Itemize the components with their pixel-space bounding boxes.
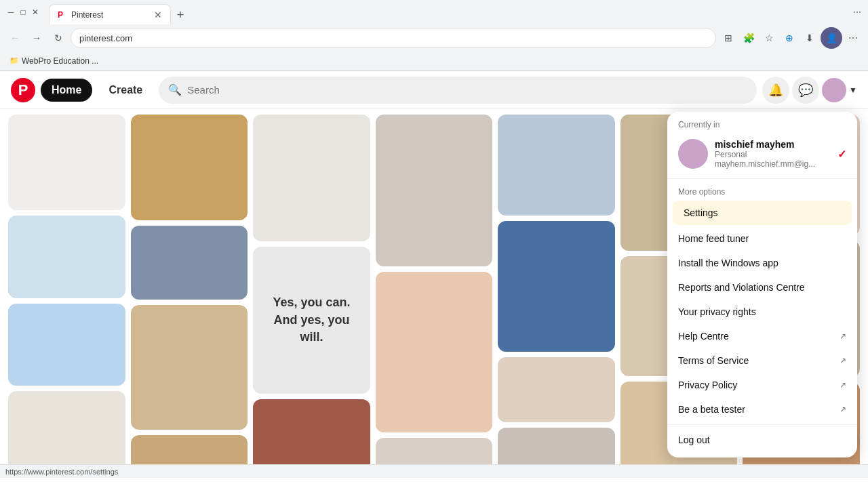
beta-tester-menu-item[interactable]: Be a beta tester ↗ <box>667 397 857 422</box>
pin-item[interactable] <box>376 438 493 464</box>
pin-col-3: Yes, you can. And yes, you will. <box>253 115 370 464</box>
reader-mode-btn[interactable]: ⊞ <box>719 28 738 47</box>
pin-item[interactable] <box>8 391 125 464</box>
search-input[interactable] <box>187 84 747 96</box>
pin-item[interactable] <box>131 115 248 220</box>
status-url: https://www.pinterest.com/settings <box>5 468 118 476</box>
window-controls: ─ □ ✕ <box>5 7 41 18</box>
header-icons: 🔔 💬 ▼ <box>762 77 857 104</box>
divider <box>667 178 857 179</box>
edge-icon[interactable]: ⊕ <box>780 28 799 47</box>
messages-btn[interactable]: 💬 <box>792 77 819 104</box>
external-link-icon: ↗ <box>840 356 846 365</box>
active-tab[interactable]: P Pinterest ✕ <box>49 4 171 24</box>
create-nav-item[interactable]: Create <box>98 79 153 102</box>
pinterest-app: P Home Create 🔍 🔔 💬 ▼ <box>0 71 868 464</box>
maximize-btn[interactable]: □ <box>18 7 28 18</box>
home-nav-item[interactable]: Home <box>41 79 92 102</box>
favorites-btn[interactable]: ☆ <box>760 28 778 47</box>
pin-item[interactable] <box>8 216 125 298</box>
beta-tester-label: Be a beta tester <box>678 404 745 415</box>
pin-col-1 <box>8 115 125 464</box>
home-feed-tuner-label: Home feed tuner <box>678 233 749 244</box>
pin-item[interactable]: Yes, you can. And yes, you will. <box>253 247 370 394</box>
home-feed-tuner-menu-item[interactable]: Home feed tuner <box>667 226 857 251</box>
pinterest-header: P Home Create 🔍 🔔 💬 ▼ <box>0 71 868 109</box>
external-link-icon: ↗ <box>840 331 846 341</box>
pin-item[interactable] <box>8 304 125 386</box>
settings-label: Settings <box>684 207 718 218</box>
pin-item[interactable] <box>253 115 370 241</box>
help-centre-menu-item[interactable]: Help Centre ↗ <box>667 324 857 348</box>
close-btn[interactable]: ✕ <box>30 7 41 18</box>
forward-btn[interactable]: → <box>27 28 46 47</box>
dropdown-user-item[interactable]: mischief mayhem Personal mayhem.mischief… <box>667 132 857 176</box>
pin-item[interactable] <box>498 115 615 216</box>
divider-2 <box>667 424 857 425</box>
pin-col-5 <box>498 115 615 464</box>
pin-item[interactable] <box>376 115 493 266</box>
bookmark-favicon: 📁 <box>9 56 19 65</box>
user-info: mischief mayhem Personal mayhem.mischief… <box>715 139 831 169</box>
pin-item[interactable] <box>253 399 370 464</box>
pin-item[interactable] <box>131 435 248 464</box>
user-email: mayhem.mischief.mm@ig... <box>715 159 831 169</box>
address-bar-row: ← → ↻ ⊞ 🧩 ☆ ⊕ ⬇ 👤 ⋯ <box>0 24 868 52</box>
chat-icon: 💬 <box>798 83 813 98</box>
pin-item[interactable] <box>131 226 248 300</box>
user-type: Personal <box>715 150 831 159</box>
download-btn[interactable]: ⬇ <box>800 28 819 47</box>
reports-violations-menu-item[interactable]: Reports and Violations Centre <box>667 275 857 300</box>
more-options-label: More options <box>667 182 857 199</box>
dropdown-arrow-icon[interactable]: ▼ <box>849 85 857 95</box>
tab-bar: P Pinterest ✕ + <box>43 0 195 24</box>
notifications-btn[interactable]: 🔔 <box>762 77 789 104</box>
bookmark-item[interactable]: 📁 WebPro Education ... <box>5 55 102 67</box>
extension-btn[interactable]: 🧩 <box>739 28 758 47</box>
search-icon: 🔍 <box>168 83 182 96</box>
terms-service-label: Terms of Service <box>678 355 749 366</box>
external-link-icon: ↗ <box>840 405 846 414</box>
tab-title: Pinterest <box>71 10 150 20</box>
dropdown-menu: Currently in mischief mayhem Personal ma… <box>667 112 857 458</box>
bookmarks-bar: 📁 WebPro Education ... <box>0 52 868 70</box>
tab-close-btn[interactable]: ✕ <box>154 9 162 20</box>
privacy-policy-menu-item[interactable]: Privacy Policy ↗ <box>667 373 857 397</box>
user-name: mischief mayhem <box>715 139 831 150</box>
status-bar: https://www.pinterest.com/settings <box>0 464 868 478</box>
currently-in-label: Currently in <box>667 112 857 132</box>
user-profile-btn[interactable]: 👤 <box>821 27 842 49</box>
pin-item[interactable] <box>131 305 248 430</box>
pin-item[interactable] <box>498 428 615 464</box>
pin-item[interactable] <box>498 357 615 422</box>
logout-label: Log out <box>678 434 710 445</box>
bookmark-label: WebPro Education ... <box>22 56 98 66</box>
new-tab-button[interactable]: + <box>171 5 190 24</box>
pin-col-2 <box>131 115 248 464</box>
reports-violations-label: Reports and Violations Centre <box>678 282 805 293</box>
quote-text: Yes, you can. And yes, you will. <box>264 294 359 346</box>
window-options-btn[interactable]: ⋯ <box>852 7 863 18</box>
pin-item[interactable] <box>498 221 615 352</box>
user-menu-avatar <box>678 139 708 169</box>
search-bar[interactable]: 🔍 <box>159 77 757 104</box>
install-windows-app-menu-item[interactable]: Install the Windows app <box>667 251 857 275</box>
privacy-rights-menu-item[interactable]: Your privacy rights <box>667 300 857 324</box>
address-input[interactable] <box>71 28 716 48</box>
settings-menu-item[interactable]: Settings <box>673 201 852 225</box>
help-centre-label: Help Centre <box>678 331 729 342</box>
terms-service-menu-item[interactable]: Terms of Service ↗ <box>667 348 857 373</box>
pin-item[interactable] <box>376 272 493 432</box>
bell-icon: 🔔 <box>768 83 783 98</box>
tab-favicon: P <box>58 10 67 20</box>
minimize-btn[interactable]: ─ <box>5 7 16 18</box>
back-btn[interactable]: ← <box>5 28 24 47</box>
pin-item[interactable] <box>8 115 125 210</box>
pinterest-logo[interactable]: P <box>11 78 35 102</box>
reload-btn[interactable]: ↻ <box>49 28 68 47</box>
logout-menu-item[interactable]: Log out <box>667 428 857 452</box>
browser-actions: ⊞ 🧩 ☆ ⊕ ⬇ 👤 ⋯ <box>719 27 863 49</box>
user-avatar-btn[interactable] <box>822 78 846 102</box>
pin-col-4 <box>376 115 493 464</box>
settings-menu-btn[interactable]: ⋯ <box>844 28 863 47</box>
